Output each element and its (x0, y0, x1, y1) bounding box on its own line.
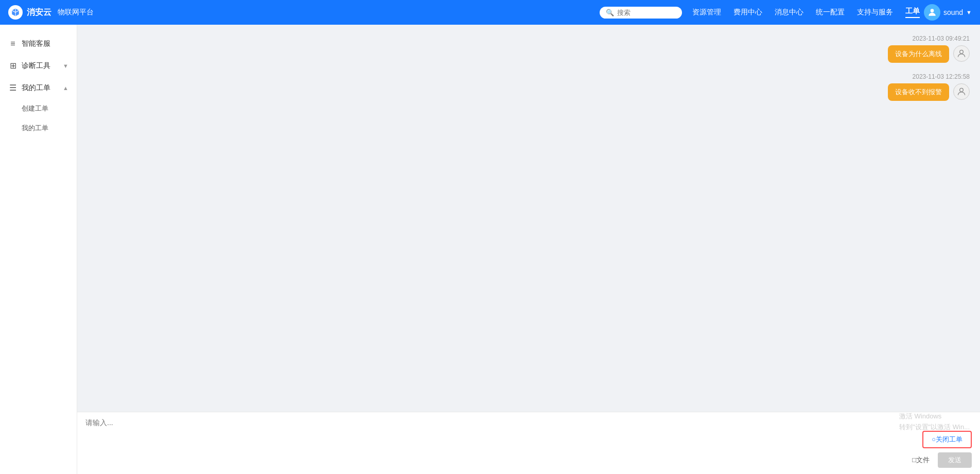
diagnostics-arrow-icon: ▼ (63, 63, 68, 69)
sidebar-label-smart-customer: 智能客服 (22, 39, 50, 48)
chat-bottom: ○关闭工单 □文件 发送 (77, 412, 980, 474)
logo: 消安云 物联网平台 (8, 5, 94, 20)
sidebar-sub-my-ticket[interactable]: 我的工单 (0, 118, 77, 138)
sidebar-label-diagnostics: 诊断工具 (22, 61, 50, 71)
my-tickets-arrow-icon: ▲ (63, 85, 68, 91)
sidebar-item-diagnostics[interactable]: ⊞ 诊断工具 ▼ (0, 55, 77, 77)
nav-item-support[interactable]: 支持与服务 (857, 8, 893, 17)
header-nav: 资源管理 费用中心 消息中心 统一配置 支持与服务 工单 (692, 7, 920, 18)
chat-message-1: 2023-11-03 09:49:21 设备为什么离线 (87, 35, 970, 63)
chat-row-1: 设备为什么离线 (888, 45, 970, 63)
chat-avatar-2 (953, 83, 970, 100)
close-ticket-button[interactable]: ○关闭工单 (922, 431, 972, 448)
sidebar-sub-create-ticket[interactable]: 创建工单 (0, 99, 77, 118)
send-button[interactable]: 发送 (938, 452, 972, 468)
chat-time-2: 2023-11-03 12:25:58 (913, 73, 970, 80)
layout: ≡ 智能客服 ⊞ 诊断工具 ▼ ☰ 我的工单 ▲ 创建工单 我的工单 2023-… (0, 25, 980, 474)
search-box[interactable]: 🔍 (600, 7, 682, 19)
chat-time-1: 2023-11-03 09:49:21 (913, 35, 970, 42)
chat-area: 2023-11-03 09:49:21 设备为什么离线 2023-11-03 1… (77, 25, 980, 412)
sidebar: ≡ 智能客服 ⊞ 诊断工具 ▼ ☰ 我的工单 ▲ 创建工单 我的工单 (0, 25, 77, 474)
chat-bubble-2: 设备收不到报警 (888, 83, 949, 101)
chat-message-2: 2023-11-03 12:25:58 设备收不到报警 (87, 73, 970, 101)
sidebar-label-my-tickets: 我的工单 (22, 83, 50, 93)
diagnostics-icon: ⊞ (8, 61, 18, 71)
nav-item-config[interactable]: 统一配置 (816, 8, 845, 17)
header-search: 🔍 (600, 7, 682, 19)
svg-point-1 (960, 50, 964, 54)
smart-customer-icon: ≡ (8, 39, 18, 48)
nav-item-billing[interactable]: 费用中心 (733, 8, 762, 17)
windows-watermark: 激活 Windows 转到"设置"以激活 Win... (899, 411, 970, 433)
watermark-line1: 激活 Windows (899, 411, 970, 422)
sidebar-sub-menu: 创建工单 我的工单 (0, 99, 77, 138)
nav-item-ticket[interactable]: 工单 (905, 7, 920, 18)
svg-point-0 (931, 9, 934, 12)
user-name: sound (943, 8, 963, 16)
chat-bubble-1: 设备为什么离线 (888, 45, 949, 63)
chat-row-2: 设备收不到报警 (888, 83, 970, 101)
chat-input[interactable] (85, 418, 972, 427)
sidebar-item-smart-customer[interactable]: ≡ 智能客服 (0, 33, 77, 55)
subtitle: 物联网平台 (58, 8, 94, 17)
watermark-line2: 转到"设置"以激活 Win... (899, 422, 970, 433)
chat-avatar-1 (953, 45, 970, 62)
chat-input-row (85, 418, 972, 427)
header: 消安云 物联网平台 🔍 资源管理 费用中心 消息中心 统一配置 支持与服务 工单… (0, 0, 980, 25)
user-avatar (924, 4, 940, 21)
main-content: 2023-11-03 09:49:21 设备为什么离线 2023-11-03 1… (77, 25, 980, 474)
nav-item-resources[interactable]: 资源管理 (692, 8, 721, 17)
search-icon: 🔍 (606, 9, 614, 16)
my-tickets-icon: ☰ (8, 83, 18, 93)
logo-icon (8, 5, 23, 20)
close-ticket-row: ○关闭工单 (85, 431, 972, 448)
user-dropdown-icon: ▼ (966, 9, 972, 15)
nav-item-messages[interactable]: 消息中心 (775, 8, 803, 17)
file-button[interactable]: □文件 (908, 453, 934, 467)
logo-text: 消安云 (27, 7, 51, 18)
file-upload-row: □文件 发送 (85, 452, 972, 468)
user-menu[interactable]: sound ▼ (924, 4, 972, 21)
svg-point-2 (960, 88, 964, 92)
search-input[interactable] (617, 9, 676, 16)
sidebar-item-my-tickets[interactable]: ☰ 我的工单 ▲ (0, 77, 77, 99)
